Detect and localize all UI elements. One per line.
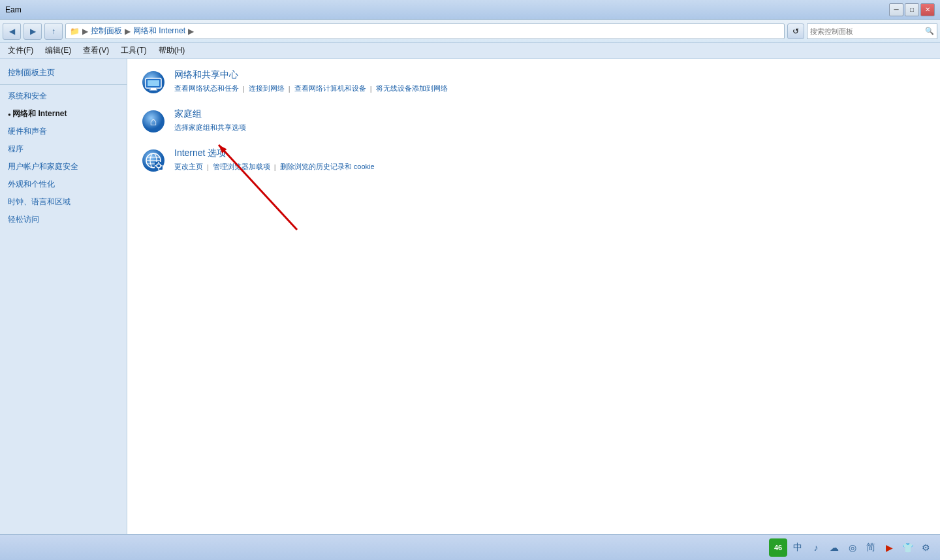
svg-text:⌂: ⌂ bbox=[150, 115, 157, 128]
menu-file[interactable]: 文件(F) bbox=[3, 44, 39, 57]
sidebar-divider1 bbox=[0, 84, 127, 85]
taskbar-badge[interactable]: 46 bbox=[769, 538, 787, 557]
taskbar-icon-circle[interactable]: ◎ bbox=[845, 540, 860, 555]
menu-bar: 文件(F) 编辑(E) 查看(V) 工具(T) 帮助(H) bbox=[0, 43, 940, 59]
internet-options-links: 更改主页 | 管理浏览器加载项 | 删除浏览的历史记录和 cookie bbox=[174, 162, 375, 172]
breadcrumb-bar[interactable]: 📁 ▶ 控制面板 ▶ 网络和 Internet ▶ bbox=[65, 23, 785, 39]
network-sharing-title[interactable]: 网络和共享中心 bbox=[174, 69, 448, 81]
breadcrumb-sep3: ▶ bbox=[188, 27, 194, 36]
sidebar-item-user-accounts[interactable]: 用户帐户和家庭安全 bbox=[0, 158, 127, 176]
back-button[interactable]: ◀ bbox=[3, 23, 21, 40]
content-area: 网络和共享中心 查看网络状态和任务 | 连接到网络 | 查看网络计算机和设备 |… bbox=[127, 59, 940, 534]
sidebar-item-system[interactable]: 系统和安全 bbox=[0, 87, 127, 105]
sep3: | bbox=[370, 85, 372, 93]
title-bar-controls: ─ □ ✕ bbox=[889, 3, 935, 16]
main-area: 控制面板主页 系统和安全 网络和 Internet 硬件和声音 程序 用户帐户和… bbox=[0, 59, 940, 534]
menu-edit[interactable]: 编辑(E) bbox=[40, 44, 76, 57]
internet-options-icon bbox=[140, 148, 166, 174]
search-input[interactable] bbox=[810, 27, 924, 35]
svg-rect-4 bbox=[149, 89, 157, 91]
taskbar-icon-music[interactable]: ♪ bbox=[808, 540, 824, 555]
sidebar-item-clock[interactable]: 时钟、语言和区域 bbox=[0, 193, 127, 211]
forward-button[interactable]: ▶ bbox=[24, 23, 42, 40]
breadcrumb-network-internet[interactable]: 网络和 Internet bbox=[133, 25, 185, 37]
close-button[interactable]: ✕ bbox=[920, 3, 935, 16]
homegroup-links: 选择家庭组和共享选项 bbox=[174, 123, 246, 132]
search-icon[interactable]: 🔍 bbox=[925, 27, 934, 35]
menu-tools[interactable]: 工具(T) bbox=[116, 44, 151, 57]
sidebar-item-programs[interactable]: 程序 bbox=[0, 140, 127, 158]
link-connect[interactable]: 连接到网络 bbox=[249, 84, 285, 93]
address-bar: ◀ ▶ ↑ 📁 ▶ 控制面板 ▶ 网络和 Internet ▶ ↺ 🔍 bbox=[0, 20, 940, 43]
sidebar-item-home[interactable]: 控制面板主页 bbox=[0, 64, 127, 82]
menu-help[interactable]: 帮助(H) bbox=[153, 44, 191, 57]
sep4: | bbox=[207, 163, 209, 171]
menu-view[interactable]: 查看(V) bbox=[78, 44, 114, 57]
link-view-status[interactable]: 查看网络状态和任务 bbox=[174, 84, 239, 93]
category-internet-options: Internet 选项 更改主页 | 管理浏览器加载项 | 删除浏览的历史记录和… bbox=[140, 148, 927, 174]
category-homegroup: ⌂ 家庭组 选择家庭组和共享选项 bbox=[140, 108, 927, 134]
maximize-button[interactable]: □ bbox=[905, 3, 919, 16]
link-delete-history[interactable]: 删除浏览的历史记录和 cookie bbox=[280, 162, 375, 172]
sidebar-item-accessibility[interactable]: 轻松访问 bbox=[0, 211, 127, 228]
breadcrumb-control-panel[interactable]: 控制面板 bbox=[91, 25, 122, 37]
sep5: | bbox=[274, 163, 276, 171]
sidebar-item-hardware[interactable]: 硬件和声音 bbox=[0, 123, 127, 140]
link-manage-addons[interactable]: 管理浏览器加载项 bbox=[213, 162, 270, 172]
network-sharing-links: 查看网络状态和任务 | 连接到网络 | 查看网络计算机和设备 | 将无线设备添加… bbox=[174, 84, 448, 93]
svg-rect-3 bbox=[151, 88, 156, 89]
sep1: | bbox=[243, 85, 245, 93]
search-box[interactable]: 🔍 bbox=[807, 23, 937, 39]
refresh-button[interactable]: ↺ bbox=[787, 23, 804, 39]
breadcrumb-sep2: ▶ bbox=[125, 27, 131, 36]
homegroup-content: 家庭组 选择家庭组和共享选项 bbox=[174, 108, 246, 132]
sep2: | bbox=[289, 85, 290, 93]
internet-options-content: Internet 选项 更改主页 | 管理浏览器加载项 | 删除浏览的历史记录和… bbox=[174, 148, 375, 172]
taskbar: 46 中 ♪ ☁ ◎ 简 ▶ 👕 ⚙ bbox=[0, 534, 940, 560]
breadcrumb-sep1: ▶ bbox=[82, 27, 88, 36]
sidebar: 控制面板主页 系统和安全 网络和 Internet 硬件和声音 程序 用户帐户和… bbox=[0, 59, 127, 534]
network-sharing-content: 网络和共享中心 查看网络状态和任务 | 连接到网络 | 查看网络计算机和设备 |… bbox=[174, 69, 448, 93]
link-view-computers[interactable]: 查看网络计算机和设备 bbox=[294, 84, 366, 93]
link-change-homepage[interactable]: 更改主页 bbox=[174, 162, 203, 172]
sidebar-item-appearance[interactable]: 外观和个性化 bbox=[0, 176, 127, 193]
title-bar-left: Eam bbox=[5, 5, 22, 14]
link-add-wireless[interactable]: 将无线设备添加到网络 bbox=[376, 84, 448, 93]
homegroup-title[interactable]: 家庭组 bbox=[174, 108, 246, 120]
network-sharing-icon bbox=[140, 69, 166, 95]
taskbar-icon-record[interactable]: ▶ bbox=[881, 540, 897, 555]
title-bar: Eam ─ □ ✕ bbox=[0, 0, 940, 20]
taskbar-icon-ime[interactable]: 中 bbox=[790, 540, 806, 555]
taskbar-icon-settings[interactable]: ⚙ bbox=[918, 540, 933, 555]
link-choose-homegroup[interactable]: 选择家庭组和共享选项 bbox=[174, 123, 246, 132]
breadcrumb-folder-icon: 📁 bbox=[70, 27, 80, 36]
minimize-button[interactable]: ─ bbox=[889, 3, 903, 16]
taskbar-icon-simplified[interactable]: 简 bbox=[863, 540, 879, 555]
up-button[interactable]: ↑ bbox=[44, 23, 63, 40]
homegroup-icon: ⌂ bbox=[140, 108, 166, 134]
sidebar-item-network[interactable]: 网络和 Internet bbox=[0, 105, 127, 123]
title-bar-text: Eam bbox=[5, 5, 22, 14]
svg-rect-2 bbox=[148, 80, 159, 86]
category-network-sharing: 网络和共享中心 查看网络状态和任务 | 连接到网络 | 查看网络计算机和设备 |… bbox=[140, 69, 927, 95]
internet-options-title[interactable]: Internet 选项 bbox=[174, 148, 375, 159]
taskbar-icon-shirt[interactable]: 👕 bbox=[900, 540, 915, 555]
taskbar-icon-cloud[interactable]: ☁ bbox=[826, 540, 842, 555]
